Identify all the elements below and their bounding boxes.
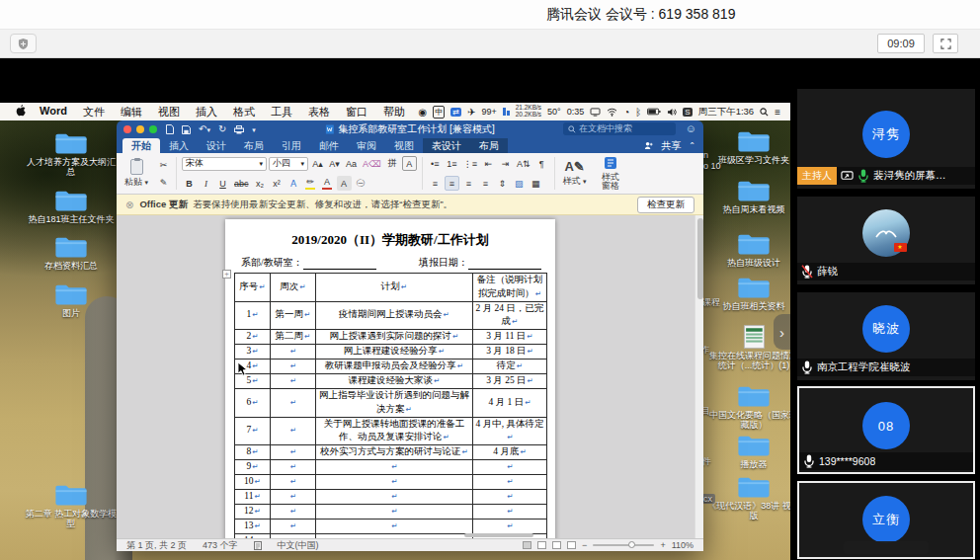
page-indicator[interactable]: 第 1 页, 共 2 页: [126, 539, 187, 552]
network-speed[interactable]: 21.2KB/s20.2KB/s: [516, 105, 541, 119]
tab-插入[interactable]: 插入: [160, 138, 198, 153]
check-update-button[interactable]: 检查更新: [637, 197, 694, 213]
teamviewer-icon[interactable]: ⇄: [450, 108, 461, 117]
print-icon[interactable]: [234, 125, 244, 134]
wifi-icon[interactable]: [607, 108, 617, 117]
table-cell[interactable]: ↵: [473, 520, 547, 534]
table-cell[interactable]: 4 月底↵: [473, 445, 547, 460]
tab-表设计[interactable]: 表设计: [423, 138, 470, 153]
fullscreen-button[interactable]: [933, 34, 958, 53]
borders-button[interactable]: ▦: [529, 176, 543, 191]
table-cell[interactable]: 第一周↵: [271, 301, 316, 330]
participant-tile[interactable]: 立衡: [797, 481, 975, 559]
zoom-out-button[interactable]: −: [582, 540, 587, 550]
vertical-scrollbar[interactable]: [694, 215, 703, 538]
table-cell[interactable]: 8↵: [235, 445, 271, 460]
outline-view-button[interactable]: [552, 541, 561, 549]
participant-tile[interactable]: 浔隽主持人裴浔隽的屏幕…: [797, 89, 975, 189]
shrink-font-button[interactable]: A▾: [327, 156, 342, 171]
redo-icon[interactable]: ↻: [218, 124, 226, 134]
share-button[interactable]: 共享: [661, 139, 681, 153]
input-method-icon[interactable]: 中: [433, 106, 445, 119]
menubar-datetime[interactable]: 周三下午1:36: [698, 106, 755, 119]
menu-item[interactable]: 插入: [188, 105, 225, 120]
phonetic-guide-button[interactable]: 拼: [385, 156, 400, 171]
table-cell[interactable]: 4 月 1 日↵: [473, 389, 547, 418]
security-shield-button[interactable]: [10, 34, 37, 53]
desktop-icon-5-left[interactable]: 第二章 热工对象数学模型: [24, 482, 119, 529]
apple-menu[interactable]: [10, 105, 32, 119]
tab-引用[interactable]: 引用: [273, 138, 310, 153]
tab-视图[interactable]: 视图: [385, 138, 423, 153]
collapse-ribbon-icon[interactable]: ⌃: [689, 141, 695, 150]
superscript-button[interactable]: x²: [270, 176, 285, 191]
table-cell[interactable]: ↵: [271, 520, 316, 534]
table-move-handle[interactable]: +: [222, 270, 231, 279]
bold-button[interactable]: B: [182, 176, 197, 191]
notification-count[interactable]: 99+: [481, 107, 496, 117]
proofing-icon[interactable]: [254, 541, 262, 550]
enclose-char-button[interactable]: ㊀: [354, 176, 368, 191]
update-close-icon[interactable]: ⊗: [125, 200, 133, 210]
word-count[interactable]: 473 个字: [203, 539, 238, 552]
italic-button[interactable]: I: [199, 176, 213, 191]
volume-icon[interactable]: [667, 108, 677, 117]
tab-审阅[interactable]: 审阅: [348, 138, 385, 153]
table-cell[interactable]: 校外实习方式与方案的研讨与论证↵: [316, 445, 473, 460]
paste-button[interactable]: 粘贴 ▾: [122, 156, 151, 191]
zoom-slider[interactable]: [593, 544, 654, 546]
menu-item[interactable]: 工具: [263, 105, 300, 120]
cpu-meter-icon[interactable]: [503, 108, 510, 116]
font-name-select[interactable]: 宋体▾: [182, 157, 267, 171]
clear-format-button[interactable]: A⌫: [361, 156, 383, 171]
table-cell[interactable]: 3↵: [235, 345, 271, 360]
sort-button[interactable]: A⇅: [515, 156, 532, 171]
align-right-button[interactable]: ≡: [461, 176, 476, 191]
table-cell[interactable]: 7↵: [235, 417, 271, 445]
format-painter-button[interactable]: ✎: [156, 175, 171, 190]
table-header-cell[interactable]: 周次↵: [271, 274, 316, 302]
char-shading-button[interactable]: A: [337, 176, 352, 191]
table-cell[interactable]: 3 月 11 日↵: [473, 330, 547, 345]
table-cell[interactable]: ↵: [271, 417, 316, 445]
table-cell[interactable]: ↵: [271, 490, 316, 505]
table-cell[interactable]: 第二周↵: [271, 330, 316, 345]
desktop-icon-8-right[interactable]: 《现代汉语》38讲 视频版: [706, 474, 790, 521]
draft-view-button[interactable]: [567, 541, 576, 549]
table-cell[interactable]: 2 月 24 日，已完成↵: [473, 301, 547, 330]
new-document-icon[interactable]: [166, 124, 174, 134]
participant-tile[interactable]: 08139****9608: [797, 386, 975, 474]
table-cell[interactable]: 9↵: [235, 460, 271, 475]
table-cell[interactable]: 3 月 25 日↵: [473, 374, 547, 389]
zoom-slider-knob[interactable]: [628, 541, 635, 548]
tab-邮件[interactable]: 邮件: [310, 138, 348, 153]
table-cell[interactable]: 网上课程建设经验分享↵: [316, 345, 473, 360]
minimize-window-button[interactable]: [136, 125, 144, 133]
participant-tile[interactable]: ★薛锐: [797, 197, 975, 284]
table-header-cell[interactable]: 计划↵: [316, 274, 473, 302]
change-case-button[interactable]: Aa: [344, 156, 359, 171]
clock-icon[interactable]: ◔: [623, 107, 629, 118]
table-cell[interactable]: ↵: [316, 520, 473, 534]
show-marks-button[interactable]: ¶: [534, 156, 549, 171]
table-cell[interactable]: 网上授课遇到实际问题的探讨↵: [316, 330, 473, 345]
text-effects-button[interactable]: 𝖠: [286, 176, 301, 191]
language-indicator[interactable]: 中文(中国): [278, 539, 319, 552]
menu-item[interactable]: 视图: [150, 105, 188, 120]
subscript-button[interactable]: x₂: [253, 176, 268, 191]
save-icon[interactable]: [182, 125, 191, 134]
print-layout-view-button[interactable]: [523, 541, 531, 549]
participant-tile[interactable]: 晓波南京工程学院崔晓波: [797, 292, 975, 380]
shading-button[interactable]: ▨: [512, 176, 527, 191]
document-search-field[interactable]: 在文档中搜索: [563, 122, 676, 135]
table-cell[interactable]: 11↵: [235, 490, 271, 505]
menu-item[interactable]: 帮助: [375, 105, 413, 120]
close-window-button[interactable]: [123, 125, 131, 133]
spotlight-icon[interactable]: [760, 108, 769, 117]
table-cell[interactable]: ↵: [316, 475, 473, 490]
menu-item[interactable]: 格式: [225, 105, 263, 120]
desktop-icon-3-left[interactable]: 存档资料汇总: [24, 234, 119, 271]
table-cell[interactable]: ↵: [271, 374, 316, 389]
zoom-in-button[interactable]: +: [660, 540, 665, 550]
web-layout-view-button[interactable]: [537, 541, 546, 549]
